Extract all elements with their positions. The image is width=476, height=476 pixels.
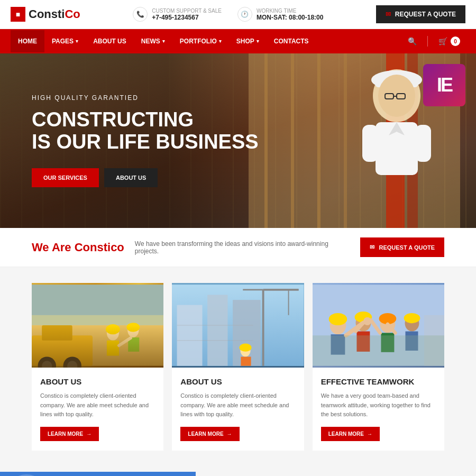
card-body-1: ABOUT US Constico is completely client-o…: [32, 368, 163, 451]
hero-about-btn[interactable]: ABOUT US: [104, 168, 158, 187]
card-title-3: EFFECTIVE TEAMWORK: [321, 377, 436, 386]
nav-bar: HOME PAGES ▾ ABOUT US NEWS ▾ PORTFOLIO ▾…: [0, 29, 476, 53]
svg-point-65: [363, 317, 371, 325]
card-link-3[interactable]: LEARN MORE →: [321, 427, 380, 441]
arrow-icon: ▾: [162, 39, 165, 44]
nav-item-shop[interactable]: SHOP ▾: [229, 30, 267, 52]
svg-rect-36: [177, 305, 203, 366]
logo-icon: ■: [11, 7, 25, 22]
section-banner-title: We Are Constico: [32, 241, 124, 254]
nav-items: HOME PAGES ▾ ABOUT US NEWS ▾ PORTFOLIO ▾…: [11, 30, 402, 52]
card-body-2: ABOUT US Constico is completely client-o…: [172, 368, 304, 451]
support-phone: +7-495-1234567: [152, 14, 222, 21]
section-banner-left: We Are Constico We have been transformin…: [32, 240, 336, 255]
svg-point-24: [42, 361, 52, 368]
card-link-2[interactable]: LEARN MORE →: [180, 427, 239, 441]
card-body-3: EFFECTIVE TEAMWORK We have a very good t…: [313, 368, 444, 451]
nav-item-about[interactable]: ABOUT US: [86, 30, 134, 52]
svg-rect-17: [415, 125, 431, 162]
card-link-1[interactable]: LEARN MORE →: [40, 427, 99, 441]
hero-content: HIGH QUALITY GARANTIED CONSTRUCTING IS O…: [0, 94, 290, 187]
svg-rect-37: [207, 295, 227, 365]
support-label: CUSTOM SUPPORT & SALE: [152, 8, 222, 14]
hero-services-btn[interactable]: OUR SERVICES: [32, 168, 99, 187]
card-title-1: ABOUT US: [40, 377, 155, 386]
nav-divider: [427, 36, 428, 47]
top-bar: ■ ConstiCo 📞 CUSTOM SUPPORT & SALE +7-49…: [0, 0, 476, 29]
cart-badge: 0: [451, 36, 460, 46]
svg-line-32: [119, 338, 131, 345]
hero-subtitle: HIGH QUALITY GARANTIED: [32, 94, 259, 102]
card-title-2: ABOUT US: [180, 377, 295, 386]
svg-point-51: [328, 313, 347, 325]
envelope-icon: ✉: [386, 11, 391, 18]
top-request-btn[interactable]: ✉ REQUEST A QUOTE: [376, 5, 465, 23]
svg-point-31: [126, 323, 140, 332]
svg-point-25: [67, 361, 77, 368]
elementor-badge: IE: [423, 64, 465, 106]
working-hours: MON-SAT: 08:00-18:00: [257, 14, 323, 21]
card-text-1: Constico is completely client-oriented c…: [40, 391, 155, 419]
working-label: WORKING TIME: [257, 8, 323, 14]
nav-item-home[interactable]: HOME: [11, 30, 44, 52]
top-contacts: 📞 CUSTOM SUPPORT & SALE +7-495-1234567 🕐…: [133, 7, 323, 22]
arrow-icon: ▾: [219, 39, 222, 44]
card-image-1: [32, 283, 163, 368]
svg-point-23: [63, 356, 81, 368]
svg-rect-3: [317, 53, 321, 228]
card-2: ABOUT US Constico is completely client-o…: [172, 283, 304, 451]
svg-rect-2: [291, 53, 294, 228]
search-icon[interactable]: 🔍: [402, 30, 422, 53]
logo-text: ConstiCo: [29, 7, 80, 21]
cards-grid: ABOUT US Constico is completely client-o…: [32, 283, 444, 451]
arrow-right-icon-2: →: [227, 431, 232, 437]
svg-point-29: [127, 323, 139, 337]
svg-rect-16: [362, 125, 378, 162]
cards-section: ABOUT US Constico is completely client-o…: [0, 267, 476, 472]
hero-section: IE HIGH QUALITY GARANTIED CONSTRUCTING I…: [0, 53, 476, 228]
svg-point-45: [240, 344, 252, 352]
working-time-contact: 🕐 WORKING TIME MON-SAT: 08:00-18:00: [237, 7, 323, 22]
arrow-right-icon-3: →: [367, 431, 372, 437]
wordpress5-banner: W WordPress 5: [0, 472, 196, 476]
section-request-btn[interactable]: ✉ REQUEST A QUOTE: [360, 237, 444, 257]
svg-point-28: [106, 324, 120, 334]
svg-rect-20: [32, 335, 93, 366]
nav-item-news[interactable]: NEWS ▾: [134, 30, 172, 52]
svg-point-22: [38, 356, 57, 368]
nav-item-contacts[interactable]: CONTACTS: [267, 30, 316, 52]
envelope-icon-2: ✉: [370, 244, 374, 251]
svg-rect-44: [241, 356, 251, 365]
nav-item-pages[interactable]: PAGES ▾: [44, 30, 86, 52]
clock-icon: 🕐: [237, 7, 252, 22]
card-text-3: We have a very good team-based and teamw…: [321, 391, 436, 419]
overlay-banners-section: W WordPress 5 Gutenberg Ready: [0, 472, 476, 476]
card-1: ABOUT US Constico is completely client-o…: [32, 283, 163, 451]
card-text-2: Constico is completely client-oriented c…: [180, 391, 295, 419]
svg-point-60: [404, 313, 420, 323]
cart-button[interactable]: 🛒 0: [433, 29, 465, 53]
phone-icon: 📞: [133, 7, 148, 22]
arrow-right-icon: →: [86, 431, 91, 437]
svg-rect-27: [107, 341, 119, 356]
card-image-3: [313, 283, 444, 368]
arrow-icon: ▾: [76, 39, 78, 44]
svg-rect-33: [32, 285, 163, 315]
nav-item-portfolio[interactable]: PORTFOLIO ▾: [172, 30, 229, 52]
card-3: EFFECTIVE TEAMWORK We have a very good t…: [313, 283, 444, 451]
svg-rect-67: [313, 335, 444, 366]
svg-point-26: [107, 325, 119, 341]
nav-right: 🔍 🛒 0: [402, 29, 465, 53]
svg-rect-30: [128, 337, 139, 352]
card-image-2: [172, 283, 304, 368]
arrow-icon: ▾: [257, 39, 259, 44]
support-contact: 📞 CUSTOM SUPPORT & SALE +7-495-1234567: [133, 7, 222, 22]
hero-buttons: OUR SERVICES ABOUT US: [32, 168, 259, 187]
section-banner: We Are Constico We have been transformin…: [0, 228, 476, 267]
svg-rect-4: [344, 53, 347, 228]
svg-rect-21: [42, 325, 72, 341]
hero-title: CONSTRUCTING IS OUR LIFE BUSINESS: [32, 109, 259, 153]
section-banner-desc: We have been transforming the ideas and …: [135, 240, 336, 255]
logo[interactable]: ■ ConstiCo: [11, 7, 80, 22]
